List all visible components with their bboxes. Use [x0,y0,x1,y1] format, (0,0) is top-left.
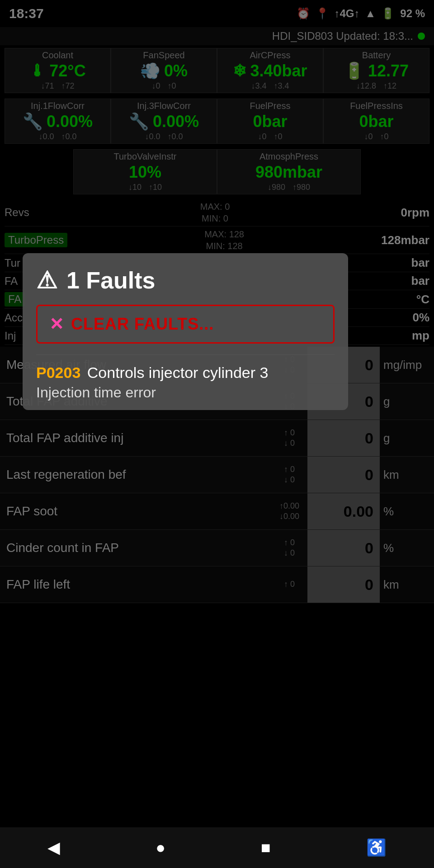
warning-icon: ⚠ [36,267,57,294]
fault-code: P0203 [36,364,80,381]
faults-dialog: ⚠ 1 Faults ✕ CLEAR FAULTS... P0203 Contr… [23,253,348,410]
home-button[interactable]: ● [146,834,175,862]
dialog-title-text: 1 Faults [66,267,156,294]
modal-overlay[interactable] [0,0,434,868]
clear-faults-button[interactable]: ✕ CLEAR FAULTS... [36,305,335,344]
dialog-title: ⚠ 1 Faults [36,267,335,294]
navigation-bar: ◀ ● ■ ♿ [0,827,434,868]
fault-desc: Controls injector cylinder 3 [87,364,269,381]
clear-faults-label: CLEAR FAULTS... [71,315,214,334]
recent-button[interactable]: ■ [252,834,280,862]
fault-item: P0203 Controls injector cylinder 3 Injec… [36,354,335,410]
accessibility-button[interactable]: ♿ [357,834,396,862]
x-icon: ✕ [49,314,64,334]
fault-sub: Injection time error [36,384,335,401]
back-button[interactable]: ◀ [38,834,69,862]
